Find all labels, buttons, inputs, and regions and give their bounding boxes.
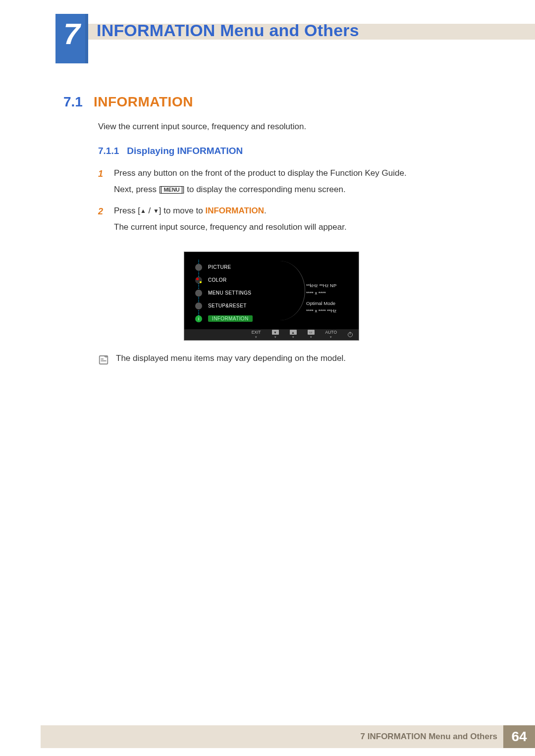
menu-chip: MENU [161, 186, 182, 194]
color-icon [195, 277, 202, 284]
page-number: 64 [503, 725, 535, 748]
chapter-number: 7 [55, 17, 88, 51]
osd-connector-curve [266, 261, 305, 320]
note-icon [98, 354, 109, 365]
step-2-line-2: The current input source, frequency and … [114, 220, 480, 235]
setup-icon [195, 302, 202, 309]
osd-footer: EXIT▾ ▼▾ ▲▾ ▭▾ AUTO▾ [184, 329, 359, 340]
step-1-line-2: Next, press [MENU] to display the corres… [114, 183, 480, 197]
down-triangle-icon: ▼ [272, 330, 279, 335]
subsection-title: Displaying INFORMATION [127, 146, 243, 156]
down-triangle-icon: ▼ [153, 206, 159, 216]
note-text: The displayed menu items may vary depend… [116, 353, 346, 363]
step-1: 1 Press any button on the front of the p… [98, 166, 480, 199]
step-1-line-1: Press any button on the front of the pro… [114, 166, 480, 181]
osd-up-button: ▲▾ [290, 330, 297, 339]
step-2-line-1: Press [▲ / ▼] to move to INFORMATION. [114, 204, 480, 218]
chapter-number-box: 7 [55, 14, 88, 63]
section-number: 7.1 [63, 94, 83, 110]
section-title: INFORMATION [94, 94, 193, 110]
subsection-number: 7.1.1 [98, 146, 119, 156]
information-ref: INFORMATION [205, 206, 264, 215]
osd-item-setup-reset: SETUP&RESET [195, 300, 253, 312]
osd-power-button [348, 332, 353, 337]
step-number: 2 [98, 204, 107, 237]
osd-enter-button: ▭▾ [308, 330, 315, 339]
page-footer: 7 INFORMATION Menu and Others 64 [41, 725, 535, 748]
picture-icon [195, 264, 202, 271]
enter-icon: ▭ [308, 330, 315, 335]
osd-item-color: COLOR [195, 274, 253, 287]
osd-down-button: ▼▾ [272, 330, 279, 339]
osd-item-picture: PICTURE [195, 261, 253, 274]
power-icon [348, 332, 353, 337]
osd-illustration: PICTURE COLOR MENU SETTINGS SETUP&RESET … [184, 252, 359, 341]
info-icon: i [195, 315, 202, 322]
up-triangle-icon: ▲ [140, 206, 146, 216]
osd-exit-button: EXIT▾ [252, 330, 261, 339]
chapter-title: INFORMATION Menu and Others [97, 21, 359, 40]
step-2: 2 Press [▲ / ▼] to move to INFORMATION. … [98, 204, 480, 237]
step-number: 1 [98, 166, 107, 199]
subsection-heading: 7.1.1 Displaying INFORMATION [98, 146, 480, 156]
osd-item-information: i INFORMATION [195, 312, 253, 325]
section-heading: 7.1 INFORMATION [63, 94, 480, 110]
settings-icon [195, 290, 202, 297]
osd-item-menu-settings: MENU SETTINGS [195, 287, 253, 300]
footer-text: 7 INFORMATION Menu and Others [41, 725, 503, 748]
up-triangle-icon: ▲ [290, 330, 297, 335]
osd-info-panel: **kHz **Hz NP **** x **** Optimal Mode *… [306, 282, 336, 315]
note-row: The displayed menu items may vary depend… [98, 353, 480, 365]
section-intro: View the current input source, frequency… [98, 122, 480, 132]
osd-auto-button: AUTO▾ [325, 330, 337, 339]
